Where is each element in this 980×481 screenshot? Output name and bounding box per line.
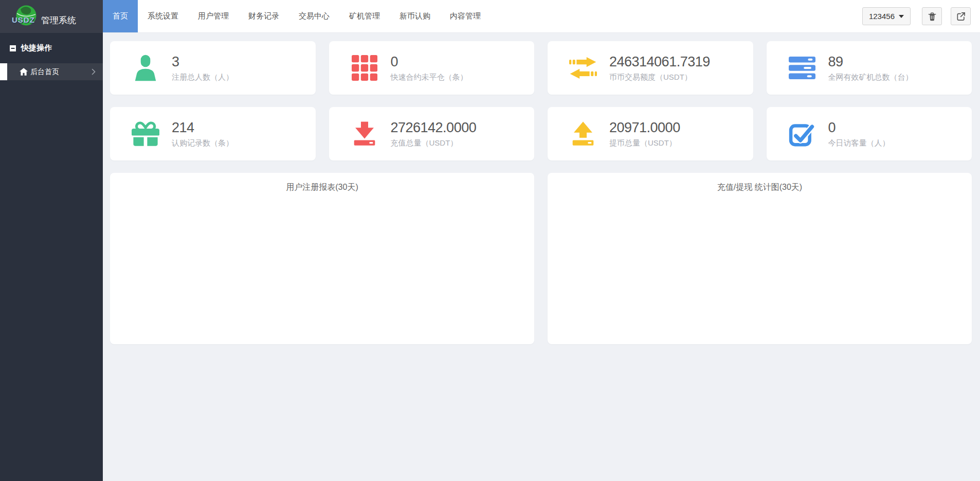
upload-icon [568, 120, 598, 147]
stat-label: 快速合约未平仓（条） [391, 73, 468, 82]
nav-item-system-settings[interactable]: 系统设置 [138, 0, 188, 32]
app-title: 管理系统 [41, 14, 76, 26]
caret-down-icon [899, 15, 904, 18]
stat-label: 认购记录数（条） [172, 138, 233, 148]
stat-cards-row-2: 214 认购记录数（条） 2726142.0000 充值总量（USDT） [110, 107, 972, 161]
stat-value: 0 [828, 120, 890, 136]
trash-icon [927, 11, 937, 22]
stat-label: 币币交易额度（USDT） [609, 73, 710, 82]
check-square-icon [787, 120, 817, 147]
nav-item-user-management[interactable]: 用户管理 [188, 0, 239, 32]
stat-card-total-withdrawals: 20971.0000 提币总量（USDT） [548, 107, 753, 161]
nav-item-home[interactable]: 首页 [103, 0, 138, 32]
stat-value: 2726142.0000 [391, 120, 477, 136]
logout-button[interactable] [951, 7, 971, 25]
stat-label: 注册总人数（人） [172, 73, 233, 82]
stat-card-open-contracts: 0 快速合约未平仓（条） [329, 41, 535, 95]
sidebar: 快捷操作 后台首页 [0, 33, 103, 481]
exchange-icon [568, 57, 598, 79]
chart-title-user-register: 用户注册报表(30天) [110, 173, 534, 193]
stat-card-today-visitors: 0 今日访客量（人） [767, 107, 972, 161]
top-navbar: 首页 系统设置 用户管理 财务记录 交易中心 矿机管理 新币认购 内容管理 12… [103, 0, 980, 33]
nav-item-content-management[interactable]: 内容管理 [440, 0, 491, 32]
download-icon [350, 120, 379, 147]
nav-item-trade-center[interactable]: 交易中心 [289, 0, 339, 32]
stat-value: 214 [172, 120, 233, 136]
server-icon [787, 56, 817, 80]
collapse-minus-icon [9, 45, 16, 52]
nav-item-newcoin-subscribe[interactable]: 新币认购 [390, 0, 440, 32]
stat-value: 20971.0000 [609, 120, 680, 136]
nav-item-miner-management[interactable]: 矿机管理 [339, 0, 390, 32]
stat-card-subscription-records: 214 认购记录数（条） [110, 107, 316, 161]
stat-label: 充值总量（USDT） [391, 138, 477, 148]
trash-button[interactable] [922, 7, 942, 25]
chart-title-deposit-withdraw: 充值/提现 统计图(30天) [548, 173, 972, 193]
chart-panel-user-register: 用户注册报表(30天) [110, 173, 534, 344]
main-nav: 首页 系统设置 用户管理 财务记录 交易中心 矿机管理 新币认购 内容管理 [103, 0, 491, 32]
sidebar-item-label: 后台首页 [30, 67, 59, 77]
sidebar-item-backend-home[interactable]: 后台首页 [0, 63, 103, 80]
user-dropdown-label: 123456 [869, 12, 895, 21]
logo-text: USDZ [12, 15, 35, 24]
topbar-right-controls: 123456 [862, 0, 980, 32]
stat-label: 今日访客量（人） [828, 138, 890, 148]
chart-panel-deposit-withdraw: 充值/提现 统计图(30天) [548, 173, 972, 344]
stat-card-total-deposits: 2726142.0000 充值总量（USDT） [329, 107, 535, 161]
stat-label: 全网有效矿机总数（台） [828, 73, 913, 82]
user-dropdown-button[interactable]: 123456 [862, 7, 911, 25]
stat-value: 89 [828, 54, 913, 70]
brand-logo: USDZ 管理系统 [0, 0, 103, 33]
stat-value: 0 [391, 54, 468, 70]
stat-card-registered-users: 3 注册总人数（人） [110, 41, 316, 95]
globe-logo-icon: USDZ [13, 4, 38, 29]
sidebar-section-label: 快捷操作 [21, 43, 52, 53]
stat-value: 3 [172, 54, 233, 70]
home-icon [20, 68, 28, 76]
stat-card-active-miners: 89 全网有效矿机总数（台） [767, 41, 972, 95]
user-icon [131, 54, 160, 82]
logout-icon [956, 11, 966, 22]
sidebar-section-quick-ops[interactable]: 快捷操作 [0, 33, 103, 59]
stat-card-trade-volume: 246314061.7319 币币交易额度（USDT） [548, 41, 753, 95]
chart-panels-row: 用户注册报表(30天) 充值/提现 统计图(30天) [110, 173, 972, 344]
stat-value: 246314061.7319 [609, 54, 710, 70]
main-content: 3 注册总人数（人） 0 快速合约未平仓（条） [103, 33, 980, 481]
nav-item-finance-records[interactable]: 财务记录 [239, 0, 289, 32]
stat-label: 提币总量（USDT） [609, 138, 680, 148]
grid-icon [350, 55, 379, 81]
app-root: USDZ 管理系统 首页 系统设置 用户管理 财务记录 交易中心 矿机管理 新币… [0, 0, 980, 481]
stat-cards-row-1: 3 注册总人数（人） 0 快速合约未平仓（条） [110, 41, 972, 95]
gift-icon [131, 120, 160, 148]
chevron-right-icon [92, 68, 96, 75]
